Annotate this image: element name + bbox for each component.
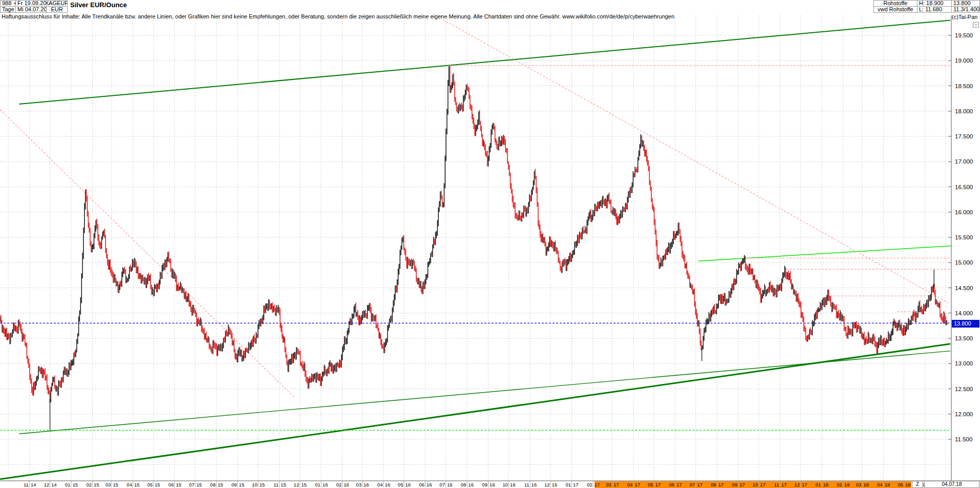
svg-text:03: 03 (356, 482, 362, 487)
svg-text:15: 15 (281, 482, 287, 487)
svg-text:12: 12 (44, 482, 49, 487)
svg-text:17: 17 (614, 482, 619, 487)
svg-text:19.500: 19.500 (955, 32, 973, 38)
svg-text:12: 12 (794, 482, 800, 487)
svg-text:15: 15 (155, 482, 160, 487)
mini-resistance-bright[interactable] (699, 246, 951, 261)
svg-text:19.000: 19.000 (955, 57, 973, 64)
svg-text:11: 11 (524, 482, 529, 487)
svg-text:12.500: 12.500 (955, 386, 973, 392)
svg-text:09: 09 (732, 482, 738, 487)
svg-text:11: 11 (274, 482, 279, 487)
svg-text:02: 02 (86, 482, 92, 487)
x-axis-labels: 1114121401150215031504150515061507150815… (24, 481, 932, 487)
svg-text:05: 05 (897, 482, 903, 487)
svg-text:10: 10 (252, 482, 258, 487)
svg-text:01: 01 (815, 482, 821, 487)
svg-text:18: 18 (823, 482, 829, 487)
svg-text:14.000: 14.000 (955, 310, 973, 316)
svg-text:15.500: 15.500 (955, 234, 973, 240)
svg-text:18: 18 (844, 482, 850, 487)
svg-text:16: 16 (489, 482, 495, 487)
svg-text:13.500: 13.500 (955, 335, 973, 341)
svg-text:16.000: 16.000 (955, 209, 973, 215)
svg-text:06: 06 (419, 482, 425, 487)
svg-text:14.500: 14.500 (955, 285, 973, 291)
svg-text:12: 12 (294, 482, 299, 487)
svg-text:16: 16 (532, 482, 537, 487)
last-price-label: 13.800 (952, 320, 979, 328)
svg-text:04: 04 (127, 482, 132, 487)
svg-text:17: 17 (760, 482, 766, 487)
svg-text:15: 15 (301, 482, 307, 487)
svg-text:12.000: 12.000 (955, 411, 973, 417)
svg-text:11: 11 (774, 482, 779, 487)
svg-text:14: 14 (31, 482, 36, 487)
svg-text:18.000: 18.000 (955, 108, 973, 114)
svg-text:15: 15 (113, 482, 118, 487)
svg-text:15.000: 15.000 (955, 259, 973, 266)
steep-downtrend-dashed[interactable] (0, 110, 295, 397)
svg-text:17.000: 17.000 (955, 158, 973, 165)
svg-text:16: 16 (510, 482, 516, 487)
svg-text:18: 18 (864, 482, 869, 487)
svg-text:07: 07 (689, 482, 695, 487)
svg-text:17: 17 (781, 482, 787, 487)
svg-text:16: 16 (344, 482, 350, 487)
svg-text:11: 11 (24, 482, 29, 487)
svg-text:15: 15 (72, 482, 78, 487)
svg-text:18: 18 (885, 482, 890, 487)
price-chart[interactable]: 1114121401150215031504150515061507150815… (0, 0, 980, 488)
svg-text:17: 17 (718, 482, 724, 487)
svg-text:02: 02 (587, 482, 593, 487)
svg-text:17: 17 (595, 482, 600, 487)
svg-text:15: 15 (196, 482, 202, 487)
svg-text:09: 09 (232, 482, 237, 487)
svg-text:06: 06 (669, 482, 675, 487)
z-button[interactable]: Z (912, 481, 923, 488)
svg-text:15: 15 (134, 482, 140, 487)
svg-text:15: 15 (259, 482, 265, 487)
svg-text:17.500: 17.500 (955, 133, 973, 139)
upper-channel-line[interactable] (19, 20, 950, 104)
svg-text:18: 18 (905, 482, 911, 487)
svg-text:17: 17 (655, 482, 661, 487)
svg-text:16: 16 (468, 482, 474, 487)
svg-text:02: 02 (336, 482, 342, 487)
svg-text:15: 15 (239, 482, 244, 487)
svg-text:04: 04 (627, 482, 633, 487)
svg-text:05: 05 (147, 482, 153, 487)
price-bars-down (1, 66, 946, 403)
svg-text:15: 15 (218, 482, 223, 487)
svg-text:16: 16 (363, 482, 369, 487)
svg-text:15: 15 (94, 482, 99, 487)
tai-pan-chart-window: 988 ▼ Fr 19.09.2014 XAGEUR Tage ▼ Mi 04.… (0, 0, 980, 488)
svg-text:17: 17 (573, 482, 579, 487)
svg-text:06: 06 (169, 482, 174, 487)
svg-text:16: 16 (447, 482, 453, 487)
svg-text:02: 02 (837, 482, 843, 487)
svg-text:03: 03 (606, 482, 611, 487)
svg-text:07: 07 (440, 482, 445, 487)
svg-text:16: 16 (426, 482, 432, 487)
svg-text:03: 03 (106, 482, 111, 487)
svg-text:16: 16 (405, 482, 411, 487)
svg-text:11.500: 11.500 (955, 436, 972, 442)
svg-text:17: 17 (802, 482, 807, 487)
svg-text:08: 08 (461, 482, 466, 487)
svg-text:08: 08 (210, 482, 216, 487)
price-bars-up (0, 66, 947, 402)
svg-text:10: 10 (503, 482, 508, 487)
svg-text:03: 03 (856, 482, 862, 487)
svg-text:16: 16 (385, 482, 391, 487)
svg-text:05: 05 (398, 482, 403, 487)
svg-text:01: 01 (315, 482, 321, 487)
lower-channel-line-thick[interactable] (0, 344, 950, 479)
svg-text:13.000: 13.000 (955, 360, 973, 367)
svg-text:16: 16 (322, 482, 328, 487)
y-axis: 19.50019.00018.50018.00017.50017.00016.5… (0, 15, 980, 481)
cursor-date-box: 04.07.18 (924, 481, 979, 488)
svg-text:08: 08 (711, 482, 717, 487)
svg-text:16: 16 (552, 482, 558, 487)
svg-text:05: 05 (648, 482, 654, 487)
